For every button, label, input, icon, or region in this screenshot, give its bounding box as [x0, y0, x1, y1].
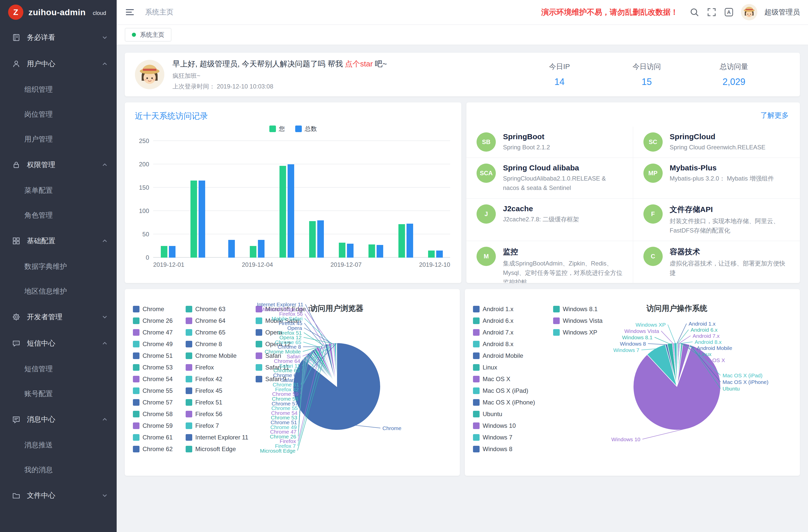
legend-item-Chrome 47[interactable]: Chrome 47: [133, 327, 182, 338]
legend-item-Chrome 63[interactable]: Chrome 63: [186, 303, 252, 315]
sidebar-subitem[interactable]: 组织管理: [0, 77, 117, 102]
legend-label: Chrome 8: [195, 341, 222, 348]
sidebar-subitem[interactable]: 短信管理: [0, 356, 117, 381]
sidebar-item-2[interactable]: 权限管理: [0, 152, 117, 178]
legend-item-Chrome 51[interactable]: Chrome 51: [133, 350, 182, 362]
legend-item-Android 8.x[interactable]: Android 8.x: [473, 338, 549, 350]
legend-item-Chrome 57[interactable]: Chrome 57: [133, 397, 182, 408]
legend-item-Firefox 42[interactable]: Firefox 42: [186, 373, 252, 385]
legend-item-总数[interactable]: 总数: [295, 125, 317, 133]
legend-item-Chrome 8[interactable]: Chrome 8: [186, 338, 252, 350]
sidebar-item-7[interactable]: 文件中心: [0, 482, 117, 509]
legend-item-Chrome 58[interactable]: Chrome 58: [133, 408, 182, 420]
legend-item-Chrome 65[interactable]: Chrome 65: [186, 327, 252, 338]
legend-item-Android Mobile[interactable]: Android Mobile: [473, 350, 549, 362]
legend-item-Chrome 61[interactable]: Chrome 61: [133, 432, 182, 443]
legend-item-Chrome 62[interactable]: Chrome 62: [133, 443, 182, 455]
legend-item-您[interactable]: 您: [269, 125, 285, 133]
legend-swatch: [133, 352, 140, 359]
legend-item-Firefox 56[interactable]: Firefox 56: [186, 408, 252, 420]
tab-home[interactable]: 系统主页: [125, 28, 171, 41]
sidebar-item-6[interactable]: 消息中心: [0, 406, 117, 433]
sidebar-subitem[interactable]: 数据字典维护: [0, 254, 117, 279]
legend-item-Chrome 26[interactable]: Chrome 26: [133, 315, 182, 327]
pie-callout-line: [648, 344, 666, 345]
legend-item-Chrome 55[interactable]: Chrome 55: [133, 385, 182, 397]
sidebar-subitem[interactable]: 账号配置: [0, 381, 117, 406]
legend-item-Microsoft Edge[interactable]: Microsoft Edge: [186, 443, 252, 455]
legend-item-Chrome 53[interactable]: Chrome 53: [133, 362, 182, 373]
legend-item-Mobile Safari[interactable]: Mobile Safari: [256, 315, 306, 327]
fullscreen-icon[interactable]: [706, 7, 717, 17]
legend-item-Windows 7[interactable]: Windows 7: [473, 432, 549, 443]
book-icon: [12, 34, 20, 41]
sidebar-item-5[interactable]: 短信中心: [0, 330, 117, 356]
legend-item-Firefox 51[interactable]: Firefox 51: [186, 397, 252, 408]
legend-item-Windows Vista[interactable]: Windows Vista: [553, 315, 609, 327]
pie-callout-label: Windows 7: [613, 347, 639, 353]
legend-item-Safari[interactable]: Safari: [256, 350, 306, 362]
sidebar-subitem[interactable]: 角色管理: [0, 203, 117, 228]
legend-label: Internet Explorer 11: [195, 434, 248, 441]
user-name[interactable]: 超级管理员: [765, 7, 800, 17]
legend-item-Mac OS X[interactable]: Mac OS X: [473, 373, 549, 385]
search-icon[interactable]: [689, 7, 699, 17]
legend-item-Windows XP[interactable]: Windows XP: [553, 327, 609, 338]
legend-item-Chrome[interactable]: Chrome: [133, 303, 182, 315]
legend-item-Android 7.x[interactable]: Android 7.x: [473, 327, 549, 338]
legend-item-Chrome 49[interactable]: Chrome 49: [133, 338, 182, 350]
pie-callout-line: [679, 336, 691, 343]
legend-swatch: [133, 341, 140, 347]
legend-item-Safari 9[interactable]: Safari 9: [256, 373, 306, 385]
sidebar-subitem[interactable]: 菜单配置: [0, 178, 117, 203]
sidebar-subitem[interactable]: 用户管理: [0, 127, 117, 152]
sidebar-subitem[interactable]: 消息推送: [0, 433, 117, 457]
legend-item-Chrome Mobile[interactable]: Chrome Mobile: [186, 350, 252, 362]
legend-label: Firefox 42: [195, 375, 222, 383]
star-link[interactable]: 点个star: [345, 60, 373, 68]
font-size-icon[interactable]: A: [724, 7, 734, 17]
legend-item-Firefox[interactable]: Firefox: [186, 362, 252, 373]
legend-item-Linux[interactable]: Linux: [473, 362, 549, 373]
sidebar-item-4[interactable]: 开发者管理: [0, 304, 117, 330]
legend-item-Windows 8[interactable]: Windows 8: [473, 443, 549, 455]
legend-item-Windows 10[interactable]: Windows 10: [473, 420, 549, 432]
legend-item-Mac OS X (iPhone)[interactable]: Mac OS X (iPhone): [473, 397, 549, 408]
legend-label: Microsoft Edge 16: [265, 306, 314, 313]
legend-item-Internet Explorer 11[interactable]: Internet Explorer 11: [186, 432, 252, 443]
sidebar-item-label: 短信中心: [27, 338, 55, 348]
legend-item-Microsoft Edge 16[interactable]: Microsoft Edge 16: [256, 303, 306, 315]
learn-more-link[interactable]: 了解更多: [760, 111, 789, 120]
sidebar-subitem[interactable]: 地区信息维护: [0, 279, 117, 304]
legend-item-Chrome 64[interactable]: Chrome 64: [186, 315, 252, 327]
legend-swatch: [133, 317, 140, 324]
sidebar-item-3[interactable]: 基础配置: [0, 228, 117, 254]
legend-item-Windows 8.1[interactable]: Windows 8.1: [553, 303, 609, 315]
sidebar-item-1[interactable]: 用户中心: [0, 51, 117, 77]
pie-callout-line: [302, 343, 334, 356]
legend-item-Opera 12[interactable]: Opera 12: [256, 338, 306, 350]
legend-item-Android 1.x[interactable]: Android 1.x: [473, 303, 549, 315]
user-avatar[interactable]: [741, 4, 757, 20]
legend-item-Ubuntu[interactable]: Ubuntu: [473, 408, 549, 420]
legend-item-Mac OS X (iPad)[interactable]: Mac OS X (iPad): [473, 385, 549, 397]
module-texts: 监控集成SpringBootAdmin、Zipkin、Redis、Mysql、定…: [503, 247, 622, 283]
sidebar-subitem[interactable]: 我的消息: [0, 457, 117, 482]
legend-item-Chrome 59[interactable]: Chrome 59: [133, 420, 182, 432]
collapse-menu-icon[interactable]: [125, 7, 135, 17]
legend-swatch: [133, 399, 140, 406]
sidebar-subitem[interactable]: 岗位管理: [0, 102, 117, 127]
legend-item-Chrome 54[interactable]: Chrome 54: [133, 373, 182, 385]
legend-item-Android 6.x[interactable]: Android 6.x: [473, 315, 549, 327]
pie-slice-Chrome 59: [310, 352, 337, 386]
app-logo[interactable]: Z zuihou-admin cloud: [0, 0, 117, 24]
modules-card: 了解更多 SBSpringBootSpring Boot 2.1.2SCSpri…: [466, 103, 800, 283]
legend-label: Ubuntu: [483, 410, 502, 418]
sidebar-item-0[interactable]: 务必详看: [0, 24, 117, 51]
legend-item-Opera[interactable]: Opera: [256, 327, 306, 338]
legend-item-Safari 11[interactable]: Safari 11: [256, 362, 306, 373]
legend-item-Firefox 7[interactable]: Firefox 7: [186, 420, 252, 432]
legend-item-Firefox 45[interactable]: Firefox 45: [186, 385, 252, 397]
legend-swatch: [473, 317, 480, 324]
bar-总数: [258, 240, 264, 258]
